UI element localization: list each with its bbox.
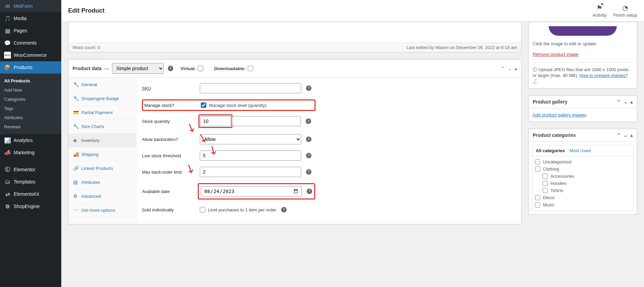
sidebar-item-elementskit[interactable]: ⇄ElementsKit xyxy=(0,188,61,200)
available-date-input[interactable] xyxy=(201,186,302,196)
toggle-panel-icon[interactable]: ▴ xyxy=(515,66,517,71)
sidebar-item-elementor[interactable]: ⒺElementor xyxy=(0,163,61,176)
category-list[interactable]: Uncategorized Clothing Accessories Hoodi… xyxy=(532,156,633,210)
sidebar-item-comments[interactable]: 💬Comments xyxy=(0,37,61,49)
analytics-icon: 📊 xyxy=(4,137,11,144)
word-count: Word count: 0 xyxy=(73,45,100,50)
low-stock-threshold-input[interactable] xyxy=(200,150,301,161)
help-icon[interactable]: ? xyxy=(281,207,287,212)
allow-backorders-select[interactable]: Allow xyxy=(200,134,301,144)
chevron-up-icon[interactable]: ⌃ xyxy=(617,99,621,105)
list-icon: ▤ xyxy=(73,179,79,185)
tab-general[interactable]: 🔧General xyxy=(68,78,136,92)
sidebar-item-analytics[interactable]: 📊Analytics xyxy=(0,134,61,146)
category-item[interactable]: Music xyxy=(535,201,630,208)
tab-get-more-options[interactable]: ⋯Get more options xyxy=(68,203,136,217)
toggle-icon[interactable]: ▴ xyxy=(630,99,633,105)
highlight-manage-stock: Manage stock? Manage stock level (quanti… xyxy=(142,99,316,111)
sold-individually-desc: Limit purchases to 1 item per order xyxy=(208,207,276,212)
cat-tab-most-used[interactable]: Most Used xyxy=(569,148,591,153)
submenu-reviews[interactable]: Reviews xyxy=(0,122,61,131)
sku-input[interactable] xyxy=(200,83,301,93)
help-icon[interactable]: ? xyxy=(168,66,173,71)
description-editor[interactable]: Word count: 0 Last edited by Wasim on De… xyxy=(68,22,521,52)
sidebar-item-media[interactable]: 🎵Media xyxy=(0,12,61,25)
sold-individually-checkbox[interactable] xyxy=(200,207,205,212)
category-checkbox[interactable] xyxy=(543,174,548,179)
stock-qty-label: Stock quantity xyxy=(142,119,200,124)
move-up-icon[interactable]: ⌃ xyxy=(501,66,505,71)
sidebar-item-products[interactable]: 📦Products xyxy=(0,61,61,74)
category-item[interactable]: Uncategorized xyxy=(535,158,630,165)
virtual-checkbox[interactable] xyxy=(198,66,203,71)
tab-linked-products[interactable]: 🔗Linked Products xyxy=(68,161,136,175)
help-icon[interactable]: ? xyxy=(306,153,311,158)
tab-inventory[interactable]: ◈Inventory xyxy=(68,133,136,147)
activity-button[interactable]: ⚑ Activity xyxy=(593,4,607,18)
info-icon: ⓘ xyxy=(533,67,537,72)
submenu-all-products[interactable]: All Products xyxy=(0,76,61,85)
category-item[interactable]: Clothing xyxy=(535,165,630,173)
add-gallery-images-link[interactable]: Add product gallery images xyxy=(533,112,586,117)
tab-attributes[interactable]: ▤Attributes xyxy=(68,175,136,189)
product-image-thumb[interactable] xyxy=(533,26,633,36)
category-item[interactable]: Decor xyxy=(535,194,630,201)
available-date-label: Available date xyxy=(142,189,200,194)
category-item[interactable]: Hoodies xyxy=(535,180,630,187)
help-icon[interactable]: ? xyxy=(307,189,312,194)
tab-partial-payment[interactable]: 💳Partial Payment xyxy=(68,106,136,119)
tab-shipping[interactable]: 🚚Shipping xyxy=(68,147,136,161)
highlight-available-date: ? xyxy=(198,183,315,200)
tab-shopengine-badge[interactable]: 🔧Shopengine Badge xyxy=(68,92,136,106)
downloadable-checkbox-label[interactable]: Downloadable: xyxy=(214,66,253,71)
submenu-add-new[interactable]: Add New xyxy=(0,85,61,95)
product-type-select[interactable]: Simple product xyxy=(112,63,164,74)
sidebar-item-marketing[interactable]: 📣Marketing xyxy=(0,146,61,159)
flag-icon: ⚑ xyxy=(596,4,602,12)
move-down-icon[interactable]: ⌄ xyxy=(508,66,512,71)
category-checkbox[interactable] xyxy=(535,202,540,207)
products-icon: 📦 xyxy=(4,64,11,71)
remove-product-image-link[interactable]: Remove product image xyxy=(533,52,578,57)
help-icon[interactable]: ? xyxy=(306,137,311,142)
submenu-categories[interactable]: Categories xyxy=(0,95,61,104)
pages-icon: ▤ xyxy=(4,27,11,34)
category-checkbox[interactable] xyxy=(535,166,540,172)
product-data-title: Product data xyxy=(73,66,102,71)
stock-quantity-extend[interactable] xyxy=(232,116,301,126)
tab-advanced[interactable]: ⚙Advanced xyxy=(68,189,136,203)
toggle-icon[interactable]: ▴ xyxy=(630,132,633,138)
category-item[interactable]: Accessories xyxy=(535,173,630,180)
sidebar-item-pages[interactable]: ▤Pages xyxy=(0,25,61,37)
category-checkbox[interactable] xyxy=(535,195,540,200)
finish-setup-button[interactable]: ◔ Finish setup xyxy=(613,4,637,18)
chevron-down-icon[interactable]: ⌄ xyxy=(624,132,628,138)
downloadable-checkbox[interactable] xyxy=(248,66,253,71)
cat-tab-all[interactable]: All categories xyxy=(536,148,565,153)
wrench-icon: 🔧 xyxy=(73,96,79,101)
virtual-checkbox-label[interactable]: Virtual: xyxy=(181,66,204,71)
sidebar-item-woocommerce[interactable]: wooWooCommerce xyxy=(0,49,61,61)
tab-size-charts[interactable]: 🔧Size Charts xyxy=(68,119,136,133)
help-icon[interactable]: ? xyxy=(306,169,311,175)
stock-quantity-input[interactable] xyxy=(200,116,231,126)
category-checkbox[interactable] xyxy=(535,159,540,164)
products-submenu: All Products Add New Categories Tags Att… xyxy=(0,74,61,134)
form-icon: ✉ xyxy=(4,3,11,10)
elementskit-icon: ⇄ xyxy=(4,191,11,197)
category-checkbox[interactable] xyxy=(543,181,548,186)
manage-stock-checkbox[interactable] xyxy=(201,102,206,108)
sidebar-item-templates[interactable]: 🗂Templates xyxy=(0,176,61,188)
sidebar-item-metform[interactable]: ✉MetForm xyxy=(0,0,61,12)
submenu-attributes[interactable]: Attributes xyxy=(0,113,61,122)
sidebar-item-shopengine[interactable]: ⚙ShopEngine xyxy=(0,200,61,212)
category-checkbox[interactable] xyxy=(543,188,548,193)
submenu-tags[interactable]: Tags xyxy=(0,104,61,113)
max-backorder-input[interactable] xyxy=(200,167,301,177)
sku-label: SKU xyxy=(142,86,200,91)
chevron-up-icon[interactable]: ⌃ xyxy=(617,132,621,138)
help-icon[interactable]: ? xyxy=(306,85,311,91)
help-icon[interactable]: ? xyxy=(306,118,311,124)
chevron-down-icon[interactable]: ⌄ xyxy=(624,99,628,105)
category-item[interactable]: Tshirts xyxy=(535,187,630,194)
